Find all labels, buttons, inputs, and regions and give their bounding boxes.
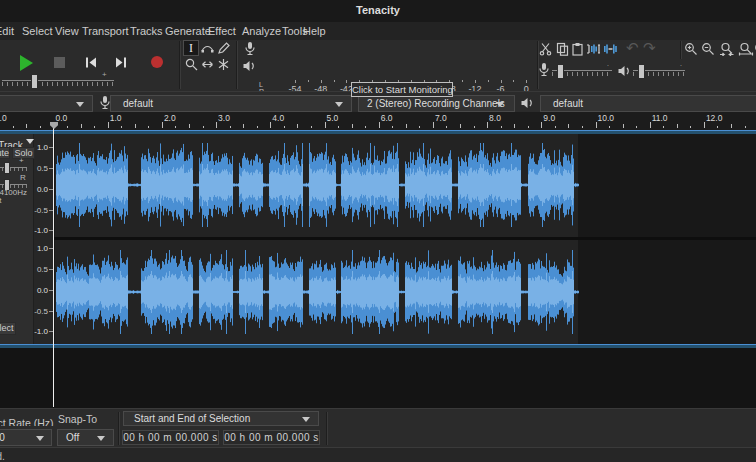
skip-to-start-button[interactable] <box>84 55 98 70</box>
trim-audio-button[interactable] <box>586 42 601 56</box>
timeline-ruler[interactable]: -1.00.01.02.03.04.05.06.07.08.09.010.011… <box>0 112 756 130</box>
ruler-time-label: 0.0 <box>56 113 68 123</box>
mute-button[interactable]: Mute <box>0 147 10 159</box>
status-message: Stopped. <box>0 450 14 462</box>
ruler-tick <box>446 126 447 128</box>
multi-tool-button[interactable] <box>216 57 230 71</box>
waveform-channel-1[interactable] <box>53 133 756 237</box>
menu-transport[interactable]: Transport <box>82 25 129 37</box>
timeshift-tool-button[interactable] <box>200 57 214 71</box>
ruler-tick <box>609 126 610 128</box>
cut-button[interactable] <box>539 42 552 56</box>
selection-start-field[interactable]: 00 h 00 m 00.000 s <box>122 430 219 445</box>
zoom-in-icon <box>684 42 698 56</box>
ruler-tick <box>501 126 502 128</box>
meter-tick <box>308 80 309 82</box>
stop-button[interactable] <box>54 57 65 68</box>
menu-effect[interactable]: Effect <box>208 25 236 37</box>
recording-meter[interactable] <box>240 40 536 60</box>
vertical-scale-label: 0.5 <box>37 164 48 173</box>
playback-meter[interactable] <box>240 58 536 78</box>
skip-to-end-button[interactable] <box>114 55 128 70</box>
track-name-menu[interactable]: Audio Track <box>0 135 34 147</box>
silence-icon <box>603 42 618 56</box>
redo-button[interactable]: ↷ <box>643 41 656 55</box>
ruler-tick <box>40 126 41 128</box>
recording-volume-thumb[interactable] <box>557 64 564 79</box>
empty-track-space[interactable] <box>0 347 756 408</box>
snap-to-dropdown[interactable]: Off <box>57 429 114 446</box>
playback-volume-thumb[interactable] <box>638 64 645 79</box>
menu-edit[interactable]: Edit <box>0 25 14 37</box>
draw-tool-button[interactable] <box>216 41 230 55</box>
copy-button[interactable] <box>556 42 569 56</box>
zoom-out-button[interactable] <box>701 42 715 56</box>
ruler-time-label: 3.0 <box>218 113 230 123</box>
fit-selection-button[interactable] <box>719 42 735 56</box>
cursor-line <box>53 122 54 407</box>
ruler-tick <box>555 126 556 128</box>
zoom-selection-icon <box>719 42 735 56</box>
fit-project-button[interactable] <box>738 42 754 56</box>
selection-end-field[interactable]: 00 h 00 m 00.000 s <box>223 430 320 445</box>
zoom-tool-button[interactable] <box>184 57 198 71</box>
recording-channels-dropdown[interactable]: 2 (Stereo) Recording Channels <box>358 95 515 112</box>
play-button[interactable] <box>20 55 33 71</box>
recording-volume-slider[interactable]: . <box>552 64 612 78</box>
title-bar: Tenacity <box>0 0 756 22</box>
ruler-tick <box>541 122 542 128</box>
envelope-tool-button[interactable] <box>200 41 214 55</box>
redo-icon: ↷ <box>643 41 656 55</box>
window-title: Tenacity <box>0 4 756 16</box>
silence-audio-button[interactable] <box>603 42 618 56</box>
selection-mode-dropdown[interactable]: Start and End of Selection <box>123 411 319 426</box>
gain-slider[interactable] <box>0 162 27 173</box>
paste-button[interactable] <box>571 42 584 56</box>
monitoring-tooltip[interactable]: Click to Start Monitoring <box>351 82 453 97</box>
asterisk-icon <box>217 58 230 71</box>
ruler-tick <box>474 126 475 128</box>
menu-view[interactable]: View <box>55 25 79 37</box>
menu-help[interactable]: Help <box>303 25 326 37</box>
playback-speed-slider[interactable]: + <box>2 74 114 88</box>
ruler-tick <box>582 126 583 128</box>
ruler-tick <box>663 126 664 128</box>
audio-host-dropdown[interactable] <box>0 95 93 112</box>
menu-analyze[interactable]: Analyze <box>242 25 281 37</box>
ruler-tick <box>717 126 718 128</box>
selection-tool-button[interactable]: I <box>184 41 198 55</box>
recording-device-dropdown[interactable]: default <box>110 95 352 112</box>
gain-slider-thumb[interactable] <box>4 162 10 174</box>
zoom-in-button[interactable] <box>684 42 698 56</box>
menu-generate[interactable]: Generate <box>165 25 211 37</box>
ruler-time-label: -1.0 <box>0 113 7 123</box>
vertical-scale-label: -0.5 <box>34 206 48 215</box>
meter-tick <box>488 80 489 82</box>
meter-tick <box>475 80 476 83</box>
chevron-down-icon <box>335 102 343 107</box>
ruler-time-label: 1.0 <box>110 113 122 123</box>
paste-icon <box>571 42 584 56</box>
undo-button[interactable]: ↶ <box>626 41 639 55</box>
project-rate-dropdown[interactable]: 44100 <box>0 429 52 446</box>
speed-slider-thumb[interactable] <box>31 74 38 89</box>
ruler-tick <box>26 124 27 128</box>
playback-volume-slider[interactable]: . <box>633 64 685 78</box>
record-button[interactable] <box>151 56 163 68</box>
ruler-tick <box>514 124 515 128</box>
ruler-tick <box>690 126 691 128</box>
menu-select[interactable]: Select <box>22 25 53 37</box>
meter-tick <box>513 80 514 82</box>
playback-device-dropdown[interactable]: default <box>540 95 756 112</box>
vertical-scale-label: 0.0 <box>37 185 48 194</box>
vertical-scale-label: -1.0 <box>34 327 48 336</box>
ruler-time-label: 12.0 <box>706 113 723 123</box>
skip-to-start-icon <box>84 55 98 70</box>
selection-toolbar: Project Rate (Hz) 44100 Snap-To Off Star… <box>0 408 756 448</box>
waveform-channel-2[interactable] <box>53 240 756 344</box>
vertical-scale-ruler[interactable]: 1.00.50.0-0.5-1.01.00.50.0-0.5-1.0 <box>33 133 53 344</box>
menu-tracks[interactable]: Tracks <box>130 25 163 37</box>
track-select-button[interactable]: Select <box>0 322 16 335</box>
ruler-tick <box>677 124 678 128</box>
ruler-tick <box>528 126 529 128</box>
